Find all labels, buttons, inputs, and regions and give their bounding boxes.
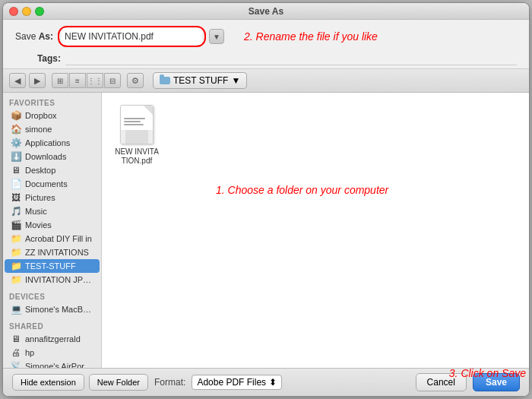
format-arrow: ⬍ (269, 377, 277, 388)
file-icon-container[interactable]: NEW INVITATION.pdf (114, 105, 160, 166)
folder-icon (160, 77, 170, 84)
location-dropdown[interactable]: TEST STUFF ▼ (153, 72, 247, 89)
toolbar: ◀ ▶ ⊞ ≡ ⋮⋮ ⊟ ⚙ TEST STUFF ▼ (3, 68, 529, 93)
footer-left: Hide extension New Folder (12, 374, 148, 391)
sidebar-item-documents[interactable]: 📄 Documents (5, 177, 100, 191)
favorites-title: FAVORITES (3, 96, 101, 109)
sidebar-label-dropbox: Dropbox (25, 111, 57, 120)
tags-label: Tags: (15, 53, 61, 64)
main-content: FAVORITES 📦 Dropbox 🏠 simone ⚙️ Applicat… (3, 93, 529, 368)
macbook-icon: 💻 (11, 304, 21, 315)
computer-icon-anna: 🖥 (11, 334, 21, 344)
sidebar-item-applications[interactable]: ⚙️ Applications (5, 136, 100, 150)
devices-title: DEVICES (3, 290, 101, 302)
arrange-button[interactable]: ⚙ (127, 73, 144, 88)
sidebar-label-anna: annafitzgerrald (25, 334, 81, 344)
documents-icon: 📄 (11, 179, 21, 189)
rename-annotation: 2. Rename the file if you like (244, 30, 378, 43)
save-as-row: Save As: ▼ 2. Rename the file if you lik… (3, 20, 529, 50)
folder-icon-zz: 📁 (11, 247, 21, 258)
sidebar-item-desktop[interactable]: 🖥 Desktop (5, 163, 100, 177)
window-title: Save As (249, 6, 283, 17)
icon-view-button[interactable]: ⊞ (52, 73, 68, 88)
sidebar-label-simone: simone (25, 125, 52, 134)
printer-icon: 🖨 (11, 347, 21, 358)
file-name-label: NEW INVITATION.pdf (114, 147, 160, 166)
file-area: NEW INVITATION.pdf 1. Choose a folder on… (102, 93, 529, 368)
column-view-button[interactable]: ⋮⋮ (87, 73, 103, 88)
sidebar-label-airport: Simone's AirPort Tim... (25, 362, 93, 368)
sidebar-item-macbook[interactable]: 💻 Simone's MacBook Pro (5, 302, 100, 316)
sidebar-label-desktop: Desktop (25, 166, 55, 175)
sidebar-item-hp[interactable]: 🖨 hp (5, 346, 100, 359)
minimize-button[interactable] (22, 7, 31, 16)
sidebar-item-dropbox[interactable]: 📦 Dropbox (5, 109, 100, 122)
save-as-label: Save As: (15, 31, 53, 42)
traffic-lights (9, 7, 44, 16)
downloads-icon: ⬇️ (11, 151, 21, 162)
format-dropdown[interactable]: Adobe PDF Files ⬍ (192, 375, 282, 390)
sidebar-label-music: Music (25, 207, 47, 216)
close-button[interactable] (9, 7, 18, 16)
sidebar-item-zz-invitations[interactable]: 📁 ZZ INVITATIONS (5, 245, 100, 259)
expand-button[interactable]: ▼ (209, 29, 224, 44)
favorites-section: FAVORITES 📦 Dropbox 🏠 simone ⚙️ Applicat… (3, 96, 101, 287)
sidebar-item-invitation-jpgs[interactable]: 📁 INVITATION JPGS (5, 273, 100, 287)
sidebar-item-acrobat[interactable]: 📁 Acrobat DIY Fill in (5, 232, 100, 245)
sidebar-label-movies: Movies (25, 220, 52, 230)
click-save-annotation: 3. Click on Save (449, 367, 526, 379)
new-folder-button[interactable]: New Folder (89, 374, 148, 391)
music-icon: 🎵 (11, 206, 21, 217)
location-label: TEST STUFF (173, 75, 228, 86)
folder-icon-test: 📁 (11, 261, 21, 271)
maximize-button[interactable] (35, 7, 44, 16)
sidebar-item-movies[interactable]: 🎬 Movies (5, 218, 100, 232)
folder-icon-acrobat: 📁 (11, 233, 21, 244)
sidebar-label-zz: ZZ INVITATIONS (25, 248, 89, 257)
dropdown-arrow: ▼ (231, 75, 240, 86)
filename-input[interactable] (62, 28, 202, 45)
save-as-dialog: Save As Save As: ▼ 2. Rename the file if… (2, 2, 530, 397)
pdf-lines (121, 116, 153, 128)
sidebar-item-downloads[interactable]: ⬇️ Downloads (5, 150, 100, 163)
view-buttons: ⊞ ≡ ⋮⋮ ⊟ (52, 73, 121, 88)
shared-title: SHARED (3, 319, 101, 332)
sidebar-label-acrobat: Acrobat DIY Fill in (25, 234, 92, 243)
sidebar-label-documents: Documents (25, 179, 68, 188)
sidebar-item-simone[interactable]: 🏠 simone (5, 122, 100, 136)
sidebar-item-music[interactable]: 🎵 Music (5, 204, 100, 218)
tags-input[interactable] (65, 52, 517, 65)
sidebar-label-pictures: Pictures (25, 193, 55, 202)
sidebar-item-pictures[interactable]: 🖼 Pictures (5, 191, 100, 204)
sidebar: FAVORITES 📦 Dropbox 🏠 simone ⚙️ Applicat… (3, 93, 102, 368)
list-view-button[interactable]: ≡ (69, 73, 86, 88)
title-bar: Save As (3, 3, 529, 20)
sidebar-item-airport[interactable]: 📡 Simone's AirPort Tim... (5, 359, 100, 368)
sidebar-label-inv-jpgs: INVITATION JPGS (25, 275, 93, 284)
dropbox-icon: 📦 (11, 110, 21, 121)
sidebar-item-anna[interactable]: 🖥 annafitzgerrald (5, 332, 100, 346)
pdf-thumbnail (121, 130, 153, 144)
tags-row: Tags: (3, 50, 529, 68)
home-icon: 🏠 (11, 124, 21, 135)
shared-section: SHARED 🖥 annafitzgerrald 🖨 hp 📡 Simone's… (3, 319, 101, 368)
format-label: Format: (154, 377, 185, 388)
format-value: Adobe PDF Files (197, 377, 266, 388)
cover-flow-button[interactable]: ⊟ (104, 73, 121, 88)
sidebar-item-test-stuff[interactable]: 📁 TEST-STUFF (5, 259, 100, 273)
sidebar-label-test: TEST-STUFF (25, 261, 76, 271)
movies-icon: 🎬 (11, 220, 21, 230)
desktop-icon: 🖥 (11, 165, 21, 176)
pictures-icon: 🖼 (11, 192, 21, 203)
applications-icon: ⚙️ (11, 138, 21, 148)
forward-button[interactable]: ▶ (29, 73, 46, 88)
back-button[interactable]: ◀ (9, 73, 26, 88)
fold-corner (144, 106, 153, 115)
sidebar-label-applications: Applications (25, 138, 70, 147)
pdf-file-icon (120, 105, 154, 144)
hide-extension-button[interactable]: Hide extension (12, 374, 84, 391)
folder-icon-inv: 📁 (11, 274, 21, 285)
sidebar-label-downloads: Downloads (25, 152, 66, 161)
sidebar-label-hp: hp (25, 348, 34, 357)
sidebar-label-macbook: Simone's MacBook Pro (25, 305, 93, 314)
